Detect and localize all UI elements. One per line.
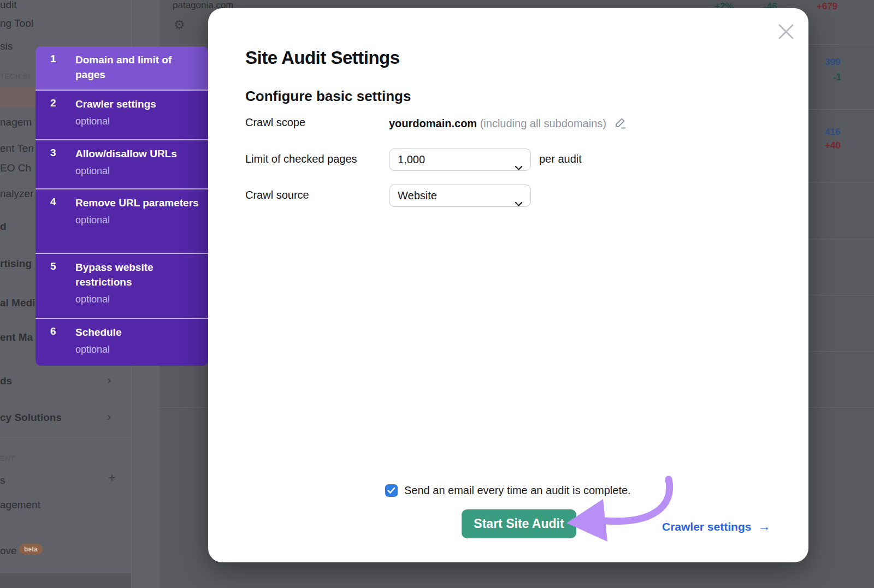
sidebar-item: rtising xyxy=(0,258,32,270)
step-number: 3 xyxy=(50,147,56,159)
sidebar-item: ds xyxy=(0,375,12,387)
crawler-settings-link-label: Crawler settings xyxy=(662,520,751,533)
modal-title: Site Audit Settings xyxy=(245,47,400,68)
crawl-scope-label: Crawl scope xyxy=(245,116,305,129)
chevron-down-icon xyxy=(515,157,523,178)
arrow-right-icon: → xyxy=(758,519,770,533)
sidebar-item: EO Ch xyxy=(0,162,31,174)
metric-value: +679 xyxy=(817,1,837,12)
step-schedule[interactable]: 6 Schedule optional xyxy=(36,318,208,366)
close-icon[interactable] xyxy=(777,22,795,41)
sidebar-item: nagem xyxy=(0,116,32,128)
email-checkbox-label: Send an email every time an audit is com… xyxy=(404,484,631,497)
step-number: 6 xyxy=(50,325,56,337)
per-audit-suffix: per audit xyxy=(539,153,582,165)
metric-value: -1 xyxy=(833,72,841,83)
metric-value: 399 xyxy=(825,57,840,68)
sidebar-item: ng Tool xyxy=(0,17,33,29)
email-checkbox[interactable] xyxy=(385,484,398,497)
divider xyxy=(0,437,131,437)
crawl-source-label: Crawl source xyxy=(245,189,309,201)
crawl-source-value: Website xyxy=(398,189,437,201)
chevron-right-icon: › xyxy=(107,375,111,386)
sidebar-item: al Medi xyxy=(0,297,35,309)
step-title: Schedule xyxy=(75,325,200,340)
sidebar-item: d xyxy=(0,221,7,233)
sidebar-item: ent Ma xyxy=(0,331,33,343)
step-optional-label: optional xyxy=(75,342,200,357)
step-title: Allow/disallow URLs xyxy=(75,146,200,161)
step-optional-label: optional xyxy=(75,164,200,178)
step-title: Bypass website restrictions xyxy=(75,260,200,289)
sidebar-section-label: ENT xyxy=(0,454,15,462)
crawl-scope-value: yourdomain.com (including all subdomains… xyxy=(389,117,627,132)
section-heading: Configure basic settings xyxy=(245,88,411,105)
step-crawler-settings[interactable]: 2 Crawler settings optional xyxy=(36,90,208,139)
limit-of-pages-label: Limit of checked pages xyxy=(245,153,357,165)
step-title: Remove URL parameters xyxy=(75,195,200,210)
chevron-down-icon xyxy=(515,193,523,214)
metric-value: +40 xyxy=(825,140,841,151)
sidebar-item: agement xyxy=(0,499,40,511)
step-allow-disallow-urls[interactable]: 3 Allow/disallow URLs optional xyxy=(36,139,208,188)
step-optional-label: optional xyxy=(75,114,200,128)
sidebar-item: ove xyxy=(0,545,17,557)
limit-of-pages-select[interactable]: 1,000 xyxy=(389,149,531,171)
step-optional-label: optional xyxy=(75,292,200,306)
edit-pencil-icon[interactable] xyxy=(614,117,627,132)
chevron-right-icon: › xyxy=(107,412,111,423)
sidebar-section-label: TECH SI xyxy=(0,72,30,80)
sidebar-footer-strip xyxy=(0,573,131,588)
sidebar-item: nalyzer xyxy=(0,188,33,200)
sidebar-item: cy Solutions xyxy=(0,412,62,424)
step-title: Domain and limit of pages xyxy=(75,52,200,82)
plus-icon: + xyxy=(108,472,116,484)
sidebar-item: sis xyxy=(0,40,13,52)
step-number: 2 xyxy=(50,97,56,109)
step-title: Crawler settings xyxy=(75,97,200,111)
sidebar-item: ent Ten xyxy=(0,142,34,155)
step-bypass-website-restrictions[interactable]: 5 Bypass website restrictions optional xyxy=(36,253,208,318)
step-number: 4 xyxy=(50,196,56,208)
start-site-audit-button[interactable]: Start Site Audit xyxy=(462,509,576,538)
step-domain-and-limit[interactable]: 1 Domain and limit of pages xyxy=(36,46,208,90)
sidebar-item: s xyxy=(0,474,5,486)
beta-badge: beta xyxy=(19,544,43,555)
site-audit-steps-nav: 1 Domain and limit of pages 2 Crawler se… xyxy=(36,46,208,366)
sidebar-item: udit xyxy=(0,0,17,11)
crawl-scope-note: (including all subdomains) xyxy=(480,117,606,129)
crawl-source-select[interactable]: Website xyxy=(389,185,531,207)
metric-value: 416 xyxy=(825,127,840,138)
step-number: 5 xyxy=(50,260,56,272)
site-audit-settings-modal: Site Audit Settings Configure basic sett… xyxy=(208,8,808,562)
limit-of-pages-value: 1,000 xyxy=(398,153,425,165)
gear-icon: ⚙ xyxy=(174,17,185,32)
crawler-settings-link[interactable]: Crawler settings→ xyxy=(662,519,770,534)
step-optional-label: optional xyxy=(75,213,200,227)
step-number: 1 xyxy=(50,53,56,65)
step-remove-url-parameters[interactable]: 4 Remove URL parameters optional xyxy=(36,188,208,253)
crawl-scope-domain: yourdomain.com xyxy=(389,117,477,129)
